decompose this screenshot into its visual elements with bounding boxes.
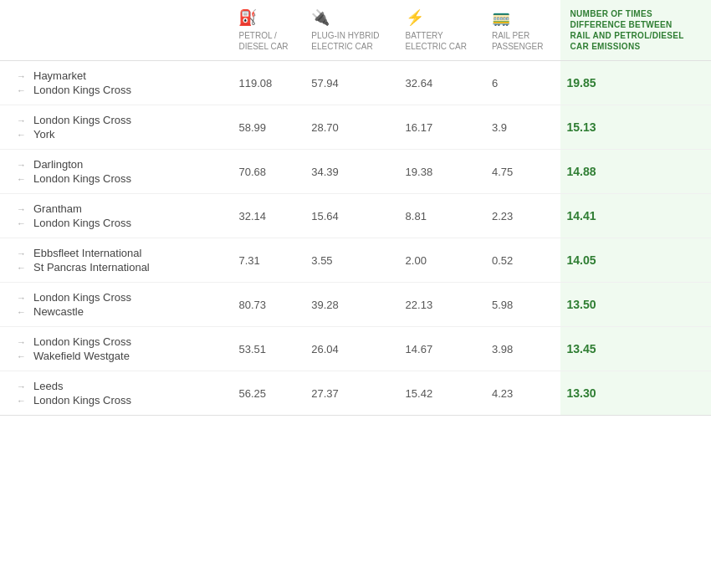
route-to-row: ← St Pancras International	[17, 261, 225, 274]
arrow-left-icon: ←	[17, 218, 28, 228]
battery-column-header: ⚡ BATTERYELECTRIC CAR	[399, 0, 485, 61]
petrol-value: 80.73	[232, 283, 304, 327]
route-to: St Pancras International	[33, 261, 150, 274]
route-from-row: → Leeds	[17, 380, 225, 392]
route-to-row: ← London Kings Cross	[17, 217, 225, 229]
route-to: Newcastle	[33, 305, 84, 318]
table-row: → Grantham ← London Kings Cross 32.1415.…	[0, 194, 711, 238]
rail-value: 3.98	[485, 327, 560, 371]
hybrid-value: 27.37	[304, 371, 398, 416]
highlight-value: 13.50	[560, 283, 712, 327]
route-cell: → Haymarket ← London Kings Cross	[0, 61, 232, 105]
route-from: London Kings Cross	[33, 335, 131, 348]
route-cell: → Ebbsfleet International ← St Pancras I…	[0, 238, 232, 283]
hybrid-value: 26.04	[304, 327, 398, 371]
route-to: York	[33, 128, 55, 141]
route-from: Grantham	[33, 202, 82, 215]
rail-label: RAIL PERPASSENGER	[492, 31, 544, 51]
rail-value: 2.23	[485, 194, 560, 238]
route-from: Ebbsfleet International	[33, 247, 141, 259]
route-pair: → London Kings Cross ← Newcastle	[17, 291, 225, 318]
arrow-left-icon: ←	[17, 351, 28, 361]
route-from: Haymarket	[33, 69, 86, 82]
table-row: → Haymarket ← London Kings Cross 119.085…	[0, 61, 711, 105]
petrol-value: 119.08	[232, 61, 304, 105]
table-row: → London Kings Cross ← Wakefield Westgat…	[0, 327, 711, 371]
arrow-right-icon: →	[17, 248, 28, 258]
highlight-value: 14.88	[560, 150, 712, 194]
arrow-right-icon: →	[17, 381, 28, 391]
arrow-left-icon: ←	[17, 130, 28, 140]
route-from-row: → Grantham	[17, 202, 225, 215]
battery-value: 19.38	[399, 150, 485, 194]
route-to: London Kings Cross	[33, 84, 131, 96]
highlight-value: 15.13	[560, 105, 712, 150]
petrol-value: 58.99	[232, 105, 304, 150]
petrol-value: 7.31	[232, 238, 304, 283]
arrow-right-icon: →	[17, 115, 28, 125]
table-row: → London Kings Cross ← Newcastle 80.7339…	[0, 283, 711, 327]
highlight-column-header: NUMBER OF TIMESDIFFERENCE BETWEENRAIL AN…	[560, 0, 712, 61]
main-container: ⛽ PETROL /DIESEL CAR 🔌 PLUG-IN HYBRIDELE…	[0, 0, 711, 588]
route-cell: → Darlington ← London Kings Cross	[0, 150, 232, 194]
battery-label: BATTERYELECTRIC CAR	[406, 31, 467, 51]
route-from: London Kings Cross	[33, 114, 131, 126]
route-pair: → Haymarket ← London Kings Cross	[17, 69, 225, 96]
route-from-row: → Ebbsfleet International	[17, 247, 225, 259]
hybrid-value: 57.94	[304, 61, 398, 105]
route-cell: → London Kings Cross ← Wakefield Westgat…	[0, 327, 232, 371]
table-row: → Leeds ← London Kings Cross 56.2527.371…	[0, 371, 711, 416]
petrol-value: 56.25	[232, 371, 304, 416]
hybrid-value: 34.39	[304, 150, 398, 194]
battery-value: 14.67	[399, 327, 485, 371]
route-from-row: → Darlington	[17, 158, 225, 171]
petrol-value: 70.68	[232, 150, 304, 194]
petrol-value: 53.51	[232, 327, 304, 371]
table-row: → London Kings Cross ← York 58.9928.7016…	[0, 105, 711, 150]
arrow-right-icon: →	[17, 337, 28, 347]
hybrid-icon: 🔌	[311, 8, 391, 27]
route-to: Wakefield Westgate	[33, 350, 130, 362]
rail-icon: 🚃	[492, 8, 554, 27]
route-pair: → Grantham ← London Kings Cross	[17, 202, 225, 229]
hybrid-value: 3.55	[304, 238, 398, 283]
battery-value: 32.64	[399, 61, 485, 105]
rail-value: 5.98	[485, 283, 560, 327]
route-from-row: → Haymarket	[17, 69, 225, 82]
route-to-row: ← Newcastle	[17, 305, 225, 318]
route-cell: → Grantham ← London Kings Cross	[0, 194, 232, 238]
arrow-left-icon: ←	[17, 174, 28, 184]
battery-value: 2.00	[399, 238, 485, 283]
arrow-left-icon: ←	[17, 307, 28, 317]
hybrid-value: 15.64	[304, 194, 398, 238]
route-to: London Kings Cross	[33, 217, 131, 229]
route-to-row: ← York	[17, 128, 225, 141]
battery-value: 22.13	[399, 283, 485, 327]
hybrid-value: 39.28	[304, 283, 398, 327]
route-from-row: → London Kings Cross	[17, 291, 225, 304]
highlight-value: 14.41	[560, 194, 712, 238]
table-row: → Darlington ← London Kings Cross 70.683…	[0, 150, 711, 194]
route-to-row: ← Wakefield Westgate	[17, 350, 225, 362]
petrol-value: 32.14	[232, 194, 304, 238]
arrow-right-icon: →	[17, 204, 28, 214]
petrol-icon: ⛽	[238, 8, 298, 27]
arrow-left-icon: ←	[17, 396, 28, 406]
arrow-right-icon: →	[17, 293, 28, 303]
arrow-left-icon: ←	[17, 85, 28, 95]
route-from: Leeds	[33, 380, 63, 392]
route-pair: → London Kings Cross ← Wakefield Westgat…	[17, 335, 225, 362]
rail-value: 0.52	[485, 238, 560, 283]
route-cell: → London Kings Cross ← York	[0, 105, 232, 150]
hybrid-column-header: 🔌 PLUG-IN HYBRIDELECTRIC CAR	[304, 0, 398, 61]
highlight-value: 14.05	[560, 238, 712, 283]
battery-value: 15.42	[399, 371, 485, 416]
route-to-row: ← London Kings Cross	[17, 394, 225, 406]
rail-value: 6	[485, 61, 560, 105]
table-row: → Ebbsfleet International ← St Pancras I…	[0, 238, 711, 283]
arrow-left-icon: ←	[17, 263, 28, 273]
route-pair: → London Kings Cross ← York	[17, 114, 225, 141]
route-pair: → Darlington ← London Kings Cross	[17, 158, 225, 185]
hybrid-value: 28.70	[304, 105, 398, 150]
route-from-row: → London Kings Cross	[17, 114, 225, 126]
